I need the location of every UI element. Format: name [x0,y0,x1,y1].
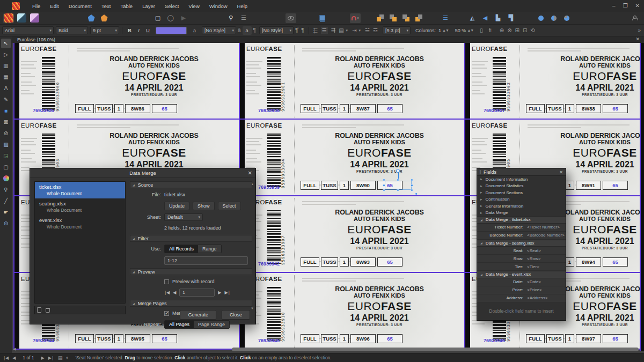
ticket-page[interactable]: EUROFASE 9596933901 76933936 ROLAND DERR… [239,43,464,120]
crop-tool[interactable] [1,162,11,172]
merge-pages-section-header[interactable]: Merge Pages [130,300,252,307]
seat-number-field[interactable]: 65 [377,104,402,113]
flip-horizontal-button[interactable]: ◭ [467,13,478,23]
export-button[interactable]: ▶ [178,13,189,23]
seat-field[interactable]: 8W87 [350,104,376,113]
menu-item-file[interactable]: File [27,1,45,11]
seat-field[interactable]: 8W97 [576,334,601,343]
shape-tool[interactable] [1,106,11,116]
update-paragraph-icon[interactable]: ¶̂ [295,27,298,33]
all-pages-option[interactable]: All Pages [165,321,194,328]
last-record-icon[interactable]: ▶∣ [224,290,230,295]
fields-panel-close-icon[interactable]: ✕ [559,169,563,175]
next-page-icon[interactable]: ▶ [41,356,45,360]
fields-row[interactable]: Barcode Number:<Barcode Number> [477,232,566,240]
all-records-option[interactable]: All Records [165,245,198,253]
designer-app-button[interactable] [16,13,27,23]
restore-button[interactable]: ❐ [623,3,628,9]
alignment-button[interactable]: ☰ [440,13,451,23]
leading-dropdown[interactable]: [9.3 pt] [383,26,411,34]
align-center-icon[interactable]: ☰ [321,27,328,34]
zoom-tool[interactable] [1,219,11,228]
text-frame-icon[interactable]: ▯ [480,27,483,33]
ticket-page[interactable]: EUROFASE 9596933910 76933945 ROLAND DERR… [239,273,464,350]
seat-field[interactable]: 8W95 [125,334,150,343]
range-option[interactable]: Range [198,245,221,253]
previous-record-icon[interactable]: ◀ [173,290,176,295]
source-item-seating.xlsx[interactable]: seating.xlsxWhole Document [35,198,125,215]
fields-row[interactable]: Continuation [477,196,566,203]
eyedropper-tool[interactable] [1,196,11,206]
range-input[interactable]: 1-12 [164,256,248,265]
account-button[interactable] [629,13,640,23]
seat-number-field[interactable]: 65 [603,181,628,190]
preview-checkbox[interactable] [164,279,169,284]
preview-mode-button[interactable] [286,13,296,23]
seat-number-field[interactable]: 65 [603,334,628,343]
align-left-icon[interactable]: ⬱ [313,27,318,34]
boolean-divide-button[interactable] [561,13,572,23]
fields-row[interactable]: Tier:<Tier> [477,263,566,271]
forward-one-button[interactable] [400,13,411,23]
dialog-close-icon[interactable]: ✕ [248,170,252,176]
seat-number-field[interactable]: 65 [603,104,628,113]
ticket-page[interactable]: EUROFASE 9596933907 76933942 ROLAND DERR… [239,196,464,273]
fields-row[interactable]: General Information [477,203,566,210]
ligatures-button[interactable]: fi [489,27,492,33]
open-document-button[interactable]: ◯ [165,13,176,23]
hand-tool[interactable] [1,208,11,217]
table-tool[interactable] [1,72,11,82]
fields-row[interactable]: Document Sections [477,189,566,196]
add-source-icon[interactable] [37,307,41,313]
menu-item-text[interactable]: Text [97,1,115,11]
underline-color-button[interactable]: a [190,26,199,35]
seat-field[interactable]: 8W91 [576,181,601,190]
align-right-icon[interactable]: ⇶ [331,27,335,33]
move-to-back-button[interactable] [375,13,385,23]
seat-number-field[interactable]: 65 [152,334,177,343]
paragraph-style-dropdown[interactable]: [No Style] [259,26,294,34]
generate-button[interactable]: Generate [180,310,216,320]
clipboard-icon[interactable]: ▤ [58,355,63,360]
fields-row[interactable]: Address:<Address> [477,294,566,302]
next-record-icon[interactable]: ▶ [218,290,221,295]
close-button-dialog[interactable]: Close [222,310,250,320]
persona-designer-button[interactable] [99,13,109,23]
seat-field[interactable]: 8W90 [350,181,376,190]
scale-stepper[interactable]: ▲▼ [467,28,473,32]
justify-icon[interactable]: ▤ [339,27,343,33]
show-marks-icon[interactable]: ¶ [301,27,304,33]
flip-vertical-button[interactable]: ◀ [480,13,491,23]
filter-section-header[interactable]: Filter [130,235,252,242]
move-to-front-button[interactable] [413,13,424,23]
character-style-dropdown[interactable]: [No Style] [202,26,236,34]
delete-source-icon[interactable] [46,308,50,313]
text-color-swatch[interactable] [156,27,187,34]
font-family-dropdown[interactable]: Arial [2,26,54,34]
preview-section-header[interactable]: Preview [130,268,252,275]
scale-value[interactable]: 50 % [455,28,466,33]
menu-item-document[interactable]: Document [64,1,97,11]
columns-stepper[interactable]: ▲▼ [442,28,449,32]
publisher-app-button[interactable] [3,13,14,23]
menu-item-window[interactable]: Window [204,1,232,11]
rotate-icon[interactable]: ⟲ [530,27,535,33]
fields-row[interactable]: Document Information [477,176,566,183]
menu-item-view[interactable]: View [184,1,204,11]
move-tool[interactable] [1,39,11,48]
snapping-button[interactable]: ▾ [350,13,361,23]
source-item-ticket.xlsx[interactable]: ticket.xlsxWhole Document [35,182,125,198]
indent-icon[interactable]: ⇥ [352,27,356,33]
spread-target-icon[interactable]: ⊗ [507,27,511,33]
place-image-tool[interactable] [1,151,11,161]
pin-button[interactable]: ⚲ [225,13,236,23]
new-document-button[interactable]: ▢ [152,13,163,23]
pen-tool[interactable] [1,95,11,105]
panel-grip-icon[interactable]: ∥ [479,169,481,174]
source-item-event.xlsx[interactable]: event.xlsxWhole Document [35,215,125,232]
rectangle-frame-tool[interactable] [1,117,11,127]
ticket-page[interactable]: EUROFASE 9596933902 76933937 ROLAND DERR… [464,43,644,120]
target-icon[interactable]: ⌖ [65,355,68,361]
list-view-button[interactable]: ☰ [238,13,249,23]
sheet-dropdown[interactable]: Default [164,213,203,221]
